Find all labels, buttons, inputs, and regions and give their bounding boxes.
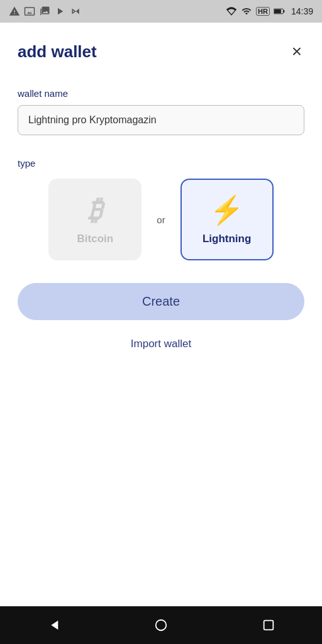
recents-icon	[262, 618, 275, 632]
svg-rect-2	[284, 10, 285, 13]
close-button[interactable]: ×	[289, 40, 304, 63]
or-divider: or	[157, 214, 165, 225]
main-content: add wallet × wallet name type ₿ Bitcoin …	[0, 23, 322, 606]
page-title: add wallet	[18, 42, 97, 62]
time-display: 14:39	[291, 6, 313, 16]
svg-rect-1	[274, 9, 281, 13]
wallet-name-label: wallet name	[18, 88, 304, 99]
recents-button[interactable]	[247, 613, 291, 637]
type-selector: ₿ Bitcoin or ⚡ Lightning	[18, 179, 304, 260]
warning-icon	[9, 6, 20, 17]
lightning-icon: ⚡	[209, 194, 244, 226]
gallery-icon	[39, 6, 50, 17]
lightning-label: Lightning	[203, 233, 251, 245]
type-label: type	[18, 158, 304, 169]
back-icon	[47, 618, 60, 632]
bitcoin-option[interactable]: ₿ Bitcoin	[48, 179, 142, 260]
signal-icon	[241, 6, 252, 17]
page-header: add wallet ×	[18, 40, 304, 63]
bitcoin-icon: ₿	[88, 194, 102, 226]
back-button[interactable]	[31, 613, 75, 637]
media-icon	[54, 6, 65, 17]
bitcoin-label: Bitcoin	[77, 233, 114, 245]
battery-icon	[274, 6, 285, 17]
svg-point-4	[156, 620, 167, 631]
status-bar: HR 14:39	[0, 0, 322, 23]
import-wallet-button[interactable]: Import wallet	[18, 333, 304, 355]
create-button[interactable]: Create	[18, 283, 304, 320]
navigation-bar	[0, 606, 322, 644]
wifi-icon	[226, 6, 237, 17]
svg-marker-3	[52, 621, 58, 630]
svg-rect-5	[264, 621, 273, 630]
image-icon	[24, 6, 35, 17]
lightning-option[interactable]: ⚡ Lightning	[180, 179, 274, 260]
forward-icon	[69, 6, 80, 17]
home-button[interactable]	[139, 613, 183, 637]
home-icon	[154, 618, 168, 632]
status-icons-right: HR 14:39	[226, 6, 313, 17]
network-badge: HR	[256, 7, 270, 16]
status-icons-left	[9, 6, 80, 17]
wallet-name-input[interactable]	[18, 105, 304, 135]
